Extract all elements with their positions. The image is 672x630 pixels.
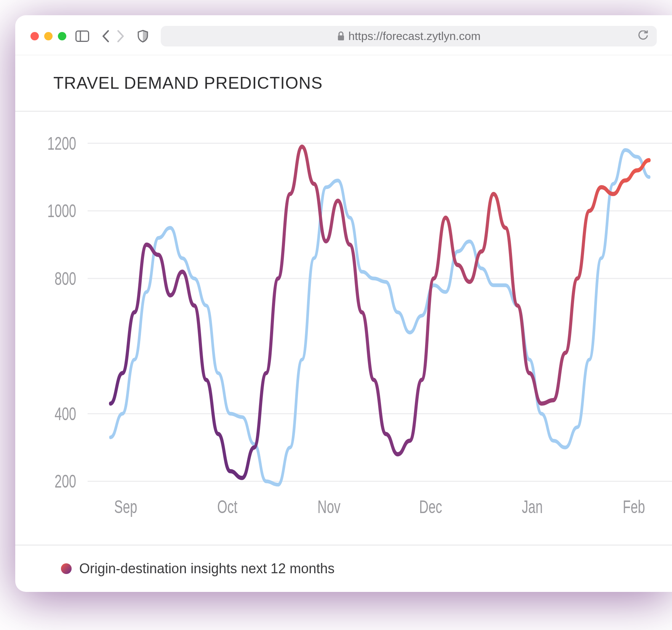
svg-rect-0 [76,31,89,42]
url-text: https://forecast.zytlyn.com [349,30,481,43]
svg-rect-2 [338,35,344,40]
page-content: TRAVEL DEMAND PREDICTIONS 20040080010001… [15,55,672,592]
svg-text:1200: 1200 [47,133,76,154]
reload-icon[interactable] [638,30,648,42]
chart-legend: Origin-destination insights next 12 mont… [15,545,672,592]
demand-chart: 20040080010001200 SepOctNovDecJanFeb [15,112,672,545]
chart-series-main [110,147,649,478]
svg-text:1000: 1000 [47,201,76,221]
page-title: TRAVEL DEMAND PREDICTIONS [15,55,672,112]
svg-text:800: 800 [54,269,76,289]
maximize-window-button[interactable] [58,32,66,40]
privacy-shield-icon[interactable] [137,30,149,43]
legend-swatch-main [61,563,72,574]
svg-text:Jan: Jan [522,497,543,517]
back-button[interactable] [101,30,110,43]
svg-text:Sep: Sep [114,497,137,517]
browser-toolbar: https://forecast.zytlyn.com [15,15,672,55]
browser-window: https://forecast.zytlyn.com TRAVEL DEMAN… [15,15,672,592]
address-bar[interactable]: https://forecast.zytlyn.com [161,26,657,46]
sidebar-toggle-icon[interactable] [75,30,89,42]
window-controls [30,32,66,40]
minimize-window-button[interactable] [44,32,53,40]
svg-text:Feb: Feb [623,497,645,517]
svg-text:Nov: Nov [317,497,341,517]
svg-text:Oct: Oct [217,497,237,517]
legend-label-main: Origin-destination insights next 12 mont… [79,561,334,577]
forward-button[interactable] [117,30,125,43]
lock-icon [337,31,345,41]
svg-text:Dec: Dec [419,497,442,517]
close-window-button[interactable] [30,32,39,40]
chart-series-comparison [110,150,649,485]
svg-text:200: 200 [54,472,76,492]
svg-text:400: 400 [54,404,76,424]
